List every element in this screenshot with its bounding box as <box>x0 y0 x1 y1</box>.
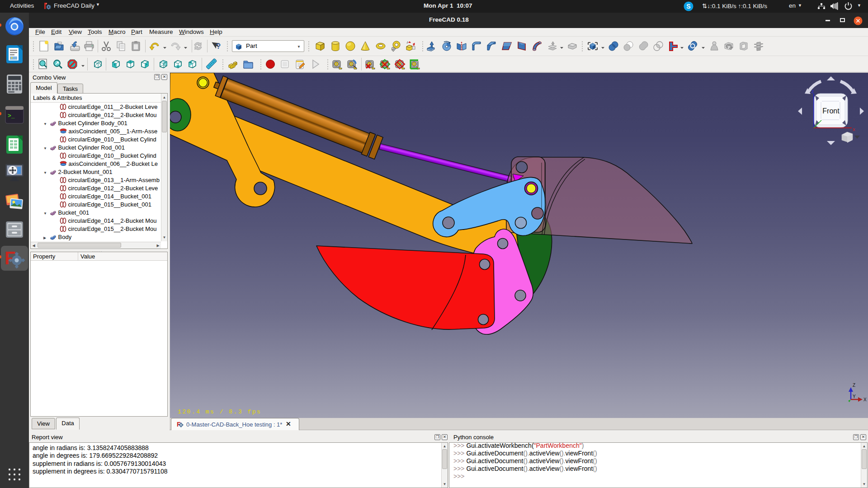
svg-text:Z: Z <box>853 383 855 388</box>
svg-text:z: z <box>811 89 814 94</box>
svg-text:Front: Front <box>822 107 840 115</box>
svg-text:Y: Y <box>853 394 856 399</box>
svg-text:S: S <box>686 3 690 10</box>
svg-text:120.4 ms / 8.3 fps: 120.4 ms / 8.3 fps <box>178 408 261 415</box>
svg-text:X: X <box>863 397 867 402</box>
svg-text:x: x <box>853 127 855 132</box>
svg-text:>_: >_ <box>8 113 15 119</box>
